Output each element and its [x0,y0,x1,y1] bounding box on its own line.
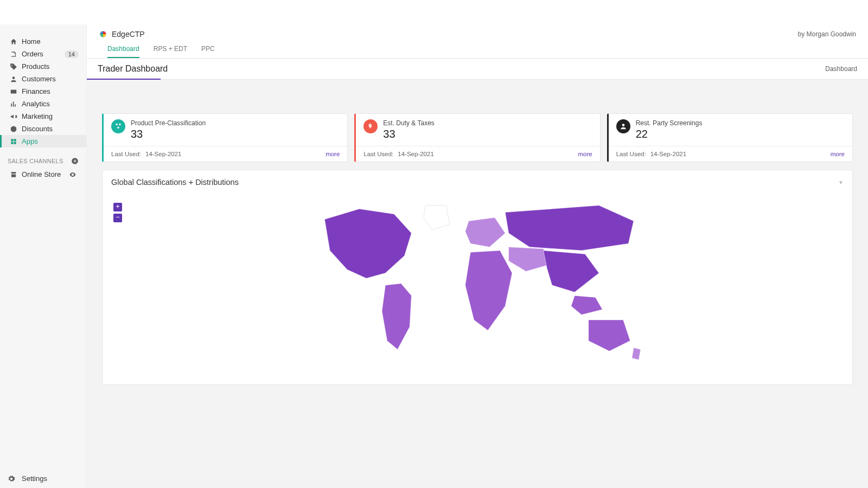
more-link[interactable]: more [578,151,592,157]
person-icon [8,75,20,83]
person-icon [616,119,630,133]
sidebar: Home Orders 14 Products Customers Financ… [0,24,87,488]
sidebar-item-label: Customers [22,75,79,83]
orders-icon [8,50,20,58]
panel-title: Global Classifications + Distributions [111,178,239,187]
discount-icon [8,125,20,133]
apps-icon [8,138,20,145]
card-rest-party-screenings: Rest. Party Screenings 22 Last Used: 14-… [607,113,853,162]
sidebar-item-discounts[interactable]: Discounts [0,123,86,135]
zoom-controls: + − [113,203,122,222]
sidebar-item-marketing[interactable]: Marketing [0,110,86,123]
card-title: Est. Duty & Taxes [383,119,434,127]
card-title: Product Pre-Classification [131,119,206,127]
zoom-out-button[interactable]: − [113,214,122,222]
sidebar-item-label: Settings [22,474,47,483]
sidebar-item-finances[interactable]: Finances [0,85,86,98]
sidebar-item-home[interactable]: Home [0,35,86,48]
tab-dashboard[interactable]: Dashboard [107,45,139,58]
page-title: Trader Dashboard [98,64,168,74]
topbar: EdgeCTP by Morgan Goodwin Dashboard RPS … [87,24,868,59]
sidebar-item-label: Marketing [22,112,79,120]
sidebar-item-customers[interactable]: Customers [0,73,86,85]
app-name: EdgeCTP [112,30,145,38]
sidebar-item-label: Discounts [22,125,79,133]
card-product-preclassification: Product Pre-Classification 33 Last Used:… [102,113,348,162]
main: EdgeCTP by Morgan Goodwin Dashboard RPS … [87,24,868,488]
home-icon [8,38,20,46]
sidebar-item-online-store[interactable]: Online Store [0,168,86,181]
sidebar-item-products[interactable]: Products [0,60,86,73]
tab-rps-edt[interactable]: RPS + EDT [154,45,187,58]
app-author: by Morgan Goodwin [798,30,856,38]
sidebar-item-analytics[interactable]: Analytics [0,98,86,110]
tag-icon [8,63,20,70]
sidebar-item-label: Apps [22,137,79,145]
tab-ppc[interactable]: PPC [201,45,215,58]
app-logo-icon [99,30,107,38]
sidebar-item-label: Finances [22,87,79,95]
card-title: Rest. Party Screenings [636,119,703,127]
chevron-down-icon[interactable]: ▼ [838,179,844,185]
zoom-in-button[interactable]: + [113,203,122,211]
add-channel-icon[interactable] [71,157,79,165]
store-icon [8,171,20,178]
sidebar-item-label: Analytics [22,100,79,108]
card-value: 22 [636,128,703,140]
card-value: 33 [383,128,434,140]
wallet-icon [8,88,20,95]
eye-icon[interactable] [67,171,79,178]
tabs: Dashboard RPS + EDT PPC [99,45,856,58]
more-link[interactable]: more [326,151,340,157]
content-area: Product Pre-Classification 33 Last Used:… [87,80,868,488]
section-sales-channels: SALES CHANNELS [0,147,86,168]
last-used-date: 14-Sep-2021 [145,151,182,157]
sidebar-item-label: Orders [22,50,65,58]
last-used-date: 14-Sep-2021 [650,151,687,157]
stat-cards-row: Product Pre-Classification 33 Last Used:… [102,113,853,162]
section-label: SALES CHANNELS [8,158,71,164]
last-used-label: Last Used: [111,151,141,157]
bars-icon [8,100,20,108]
breadcrumb: Dashboard [825,65,857,73]
sidebar-item-apps[interactable]: Apps [0,135,86,147]
megaphone-icon [8,113,20,120]
last-used-label: Last Used: [363,151,393,157]
sidebar-item-label: Products [22,62,79,70]
sidebar-item-orders[interactable]: Orders 14 [0,48,86,60]
gear-icon [8,475,20,483]
card-est-duty-taxes: Est. Duty & Taxes 33 Last Used: 14-Sep-2… [354,113,600,162]
sidebar-item-label: Home [22,37,79,46]
last-used-label: Last Used: [616,151,646,157]
sidebar-item-label: Online Store [22,170,67,178]
boxes-icon [111,119,125,133]
world-map[interactable] [304,198,651,374]
panel-global-classifications: Global Classifications + Distributions ▼… [102,170,853,385]
more-link[interactable]: more [831,151,845,157]
orders-badge: 14 [65,50,79,58]
sidebar-item-settings[interactable]: Settings [0,471,86,488]
sub-header: Trader Dashboard Dashboard [87,59,868,80]
dollar-icon [363,119,378,133]
card-value: 33 [131,128,206,140]
last-used-date: 14-Sep-2021 [398,151,434,157]
